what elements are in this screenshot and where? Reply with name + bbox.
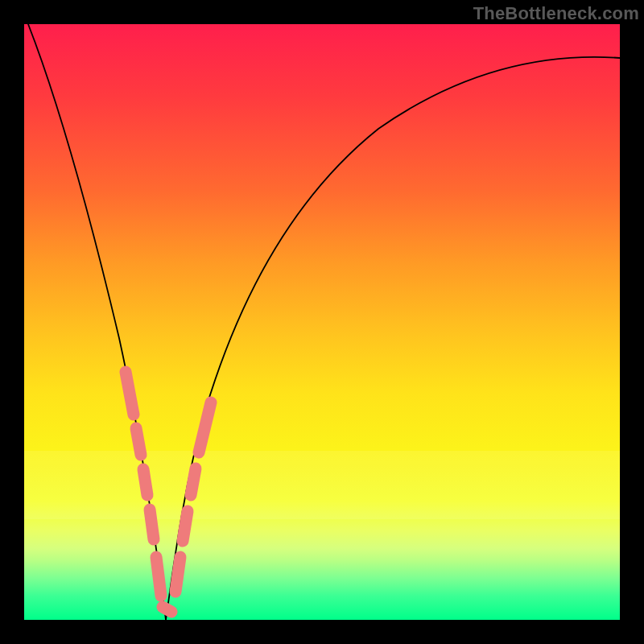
- highlight-segment: [150, 510, 154, 539]
- chart-frame: TheBottleneck.com: [0, 0, 644, 644]
- highlight-segment-group: [126, 372, 211, 612]
- highlight-segment: [183, 511, 188, 541]
- chart-svg: [24, 24, 620, 620]
- highlight-segment: [143, 469, 147, 495]
- watermark-text: TheBottleneck.com: [473, 3, 639, 24]
- highlight-segment: [126, 372, 134, 415]
- highlight-segment: [199, 402, 211, 452]
- bottleneck-curve: [28, 24, 620, 620]
- highlight-segment: [156, 557, 161, 596]
- highlight-segment: [136, 428, 141, 455]
- highlight-segment: [175, 557, 180, 592]
- highlight-segment: [163, 607, 171, 612]
- highlight-segment: [191, 469, 196, 495]
